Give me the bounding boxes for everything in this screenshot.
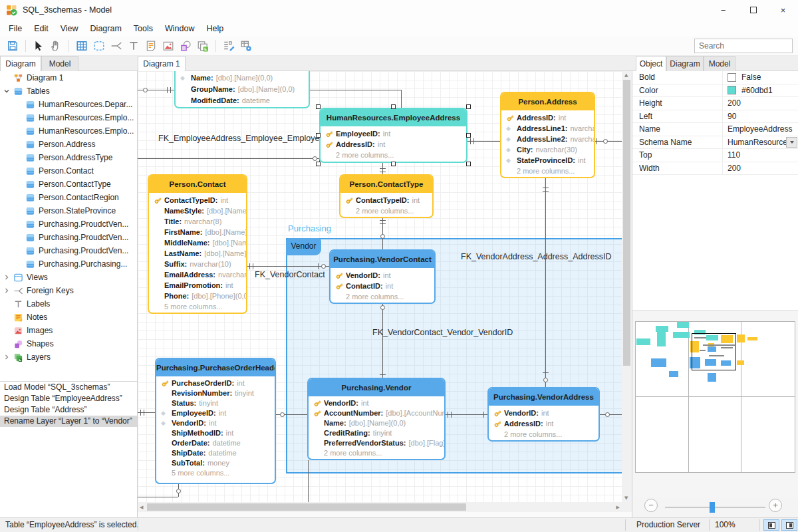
entity-table-purchasing-vendor[interactable]: Purchasing.VendorVendorID:intAccountNumb… [307, 378, 446, 460]
horizontal-scrollbar[interactable]: ◀ ▶ [138, 502, 622, 512]
selection-handle[interactable] [466, 133, 471, 138]
new-foreign-key-button[interactable] [108, 38, 125, 54]
sidebar-item-person-contact[interactable]: Person.Contact [0, 164, 137, 178]
menu-diagram[interactable]: Diagram [84, 21, 128, 36]
minimize-button[interactable]: − [708, 0, 738, 20]
entity-table-purchasing-vendorcontact[interactable]: Purchasing.VendorContactVendorID:intCont… [329, 249, 436, 304]
tab-diagram[interactable]: Diagram [0, 56, 41, 71]
entity-table-person-contacttype[interactable]: Person.ContactTypeContactTypeID:int2 mor… [339, 174, 434, 218]
history-item[interactable]: Rename Layer “Layer 1” to “Vendor” [0, 416, 137, 427]
sidebar-item-shapes[interactable]: Shapes [0, 337, 137, 350]
sidebar-item-purchasing-proudctven-[interactable]: Purchasing.ProudctVen... [0, 217, 137, 231]
sidebar-item-foreign-keys[interactable]: Foreign Keys [0, 284, 137, 297]
history-item[interactable]: Load Model “SQL_3schemas” [0, 382, 137, 393]
entity-table-purchasing-vendoraddress[interactable]: Purchasing.VendorAddressVendorID:intAddr… [487, 387, 600, 442]
menu-view[interactable]: View [55, 21, 84, 36]
new-note-button[interactable] [142, 38, 160, 54]
minimap[interactable] [632, 310, 798, 497]
property-value[interactable]: HumanResources [722, 136, 798, 149]
selection-handle[interactable] [466, 104, 471, 109]
zoom-in-button[interactable]: + [769, 499, 782, 512]
tab-diagram-props[interactable]: Diagram [666, 56, 704, 71]
sidebar-item-labels[interactable]: Labels [0, 297, 137, 311]
selection-handle[interactable] [391, 162, 396, 166]
tab-diagram-1[interactable]: Diagram 1 [138, 56, 186, 71]
new-layer-button[interactable] [194, 38, 211, 54]
sidebar-item-purchasing-proudctven-[interactable]: Purchasing.ProudctVen... [0, 231, 137, 244]
menu-help[interactable]: Help [200, 21, 229, 36]
sidebar-item-person-stateprovince[interactable]: Person.StateProvince [0, 204, 137, 217]
sidebar-item-purchasing-purchasing-[interactable]: Purchasing.Purchasing... [0, 257, 137, 271]
selection-handle[interactable] [316, 104, 321, 109]
history-item[interactable]: Design Table “Address” [0, 404, 137, 416]
entity-table-person-contact[interactable]: Person.ContactContactTypeID:intNameStyle… [148, 174, 247, 314]
entity-table-department-partial[interactable]: ◆Name:[dbo].[Name](0,0)GroupName:[dbo].[… [174, 71, 310, 108]
toggle-right-panel-button[interactable] [781, 519, 797, 531]
minimap-viewport[interactable] [692, 333, 736, 370]
zoom-slider-track[interactable] [665, 507, 765, 508]
dropdown-button[interactable] [786, 137, 797, 148]
tab-model[interactable]: Model [41, 56, 78, 71]
property-value[interactable]: #60dbd1 [722, 84, 798, 97]
property-value[interactable]: 200 [722, 97, 798, 110]
tab-model-props[interactable]: Model [704, 56, 735, 71]
zoom-out-button[interactable]: − [644, 499, 658, 512]
toggle-left-panel-button[interactable] [763, 519, 779, 531]
menu-window[interactable]: Window [159, 21, 200, 36]
color-swatch[interactable] [728, 86, 736, 94]
sidebar-item-diagram-1[interactable]: Diagram 1 [0, 71, 137, 84]
entity-table-purchasing-purchaseorderheader[interactable]: Purchasing.PurchaseOrderHeaderPurchaseOr… [155, 358, 276, 484]
menu-edit[interactable]: Edit [28, 21, 55, 36]
selection-handle[interactable] [391, 104, 396, 109]
menu-tools[interactable]: Tools [128, 21, 159, 36]
sidebar-item-humanresources-depar-[interactable]: HumanResources.Depar... [0, 98, 137, 111]
sidebar-item-purchasing-proudctven-[interactable]: Purchasing.ProudctVen... [0, 244, 137, 257]
close-button[interactable]: × [768, 0, 798, 20]
sidebar-item-humanresources-emplo-[interactable]: HumanResources.Emplo... [0, 124, 137, 138]
horizontal-scrollbar-thumb[interactable] [147, 503, 466, 511]
new-table-button[interactable] [73, 38, 90, 54]
tab-object[interactable]: Object [636, 56, 666, 71]
sidebar-item-views[interactable]: Views [0, 271, 137, 284]
scroll-left-icon[interactable]: ◀ [140, 505, 143, 510]
zoom-slider-handle[interactable] [710, 502, 715, 513]
maximize-button[interactable] [738, 0, 768, 20]
selection-handle[interactable] [466, 162, 471, 166]
vendor-layer-tab[interactable]: Vendor [286, 238, 321, 255]
sidebar-item-images[interactable]: Images [0, 324, 137, 337]
entity-table-person-address[interactable]: Person.AddressAddressID:int◆AddressLine1… [500, 92, 595, 178]
sidebar-item-person-addresstype[interactable]: Person.AddressType [0, 151, 137, 164]
auto-dimension-button[interactable] [220, 38, 237, 54]
property-value[interactable]: 110 [722, 149, 798, 162]
selection-handle[interactable] [316, 162, 321, 166]
new-shape-button[interactable] [177, 38, 194, 54]
diagram-canvas[interactable]: Purchasing Vendor FK_EmployeeAddress_Emp… [138, 71, 622, 502]
scroll-right-icon[interactable]: ▶ [616, 505, 620, 510]
vertical-scrollbar-thumb[interactable] [623, 80, 630, 366]
sidebar-item-layers[interactable]: Layers [0, 350, 137, 364]
search-input[interactable] [695, 41, 798, 51]
sidebar-item-tables[interactable]: Tables [0, 84, 137, 98]
sidebar-item-person-contacttype[interactable]: Person.ContactType [0, 178, 137, 191]
selection-handle[interactable] [316, 133, 321, 138]
new-image-button[interactable] [160, 38, 177, 54]
pointer-button[interactable] [30, 38, 47, 54]
scroll-down-icon[interactable]: ▼ [624, 495, 628, 501]
property-value[interactable]: 200 [722, 162, 798, 175]
selection-button[interactable] [90, 38, 108, 54]
hand-button[interactable] [47, 38, 65, 54]
checkbox[interactable] [728, 73, 736, 82]
vertical-scrollbar[interactable]: ▲ ▼ [622, 71, 632, 502]
chevron-down-icon[interactable] [3, 87, 11, 95]
chevron-right-icon[interactable] [3, 287, 11, 295]
property-value[interactable]: EmployeeAddress [722, 123, 798, 136]
sidebar-item-person-address[interactable]: Person.Address [0, 138, 137, 151]
new-label-button[interactable] [125, 38, 142, 54]
property-value[interactable]: 90 [722, 110, 798, 123]
entity-table-humanresources-employeeaddress[interactable]: HumanResources.EmployeeAddressEmployeeID… [319, 108, 467, 163]
scroll-up-icon[interactable]: ▲ [624, 72, 628, 78]
sidebar-item-notes[interactable]: Notes [0, 311, 137, 324]
sidebar-item-humanresources-emplo-[interactable]: HumanResources.Emplo... [0, 111, 137, 124]
chevron-right-icon[interactable] [3, 353, 11, 361]
history-item[interactable]: Design Table “EmployeeAddress” [0, 393, 137, 404]
